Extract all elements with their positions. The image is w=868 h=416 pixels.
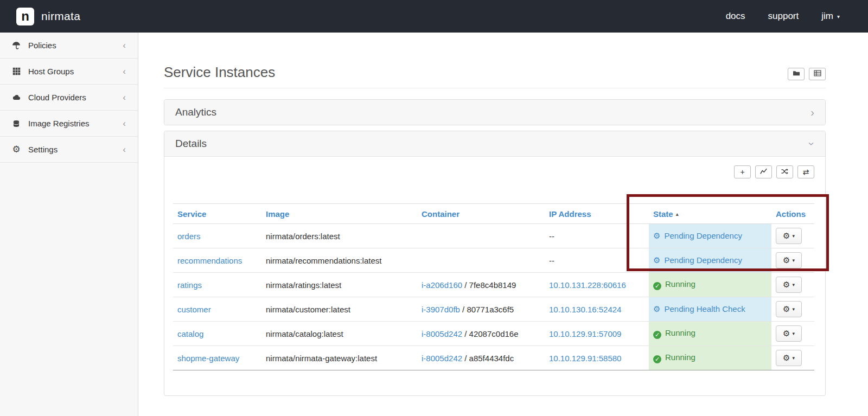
chevron-left-icon: ‹ — [123, 92, 126, 103]
nirmata-logo-icon: n — [16, 8, 34, 25]
metrics-button[interactable] — [755, 165, 772, 178]
image-cell: nirmata/nirmata-gateway:latest — [261, 346, 417, 370]
state-cell: ✓Running — [649, 346, 771, 370]
caret-down-icon: ▾ — [837, 14, 840, 20]
details-panel-body: + ⇄ — [164, 157, 825, 395]
state-cell: ⚙Pending Dependency — [649, 248, 771, 273]
chevron-left-icon: ‹ — [123, 66, 126, 77]
ip-cell: -- — [545, 248, 649, 273]
container-id-link[interactable]: i-8005d242 — [422, 354, 462, 363]
container-cell — [417, 224, 545, 248]
ip-address-link[interactable]: 10.10.131.228:60616 — [549, 280, 626, 290]
page-title: Service Instances — [164, 64, 275, 80]
caret-down-icon: ▾ — [792, 306, 795, 312]
column-header-service[interactable]: Service — [173, 204, 261, 224]
table-header-row: Service Image Container IP Address State… — [173, 204, 814, 224]
swap-button[interactable]: ⇄ — [797, 165, 814, 178]
top-navbar: n nirmata docs support jim ▾ — [0, 0, 868, 33]
details-panel-header[interactable]: Details › — [164, 131, 825, 157]
grid-icon — [11, 67, 22, 75]
ip-address: -- — [549, 232, 554, 241]
sidebar-item-image-registries[interactable]: Image Registries ‹ — [0, 111, 138, 137]
column-header-image[interactable]: Image — [261, 204, 417, 224]
actions-gear-button[interactable]: ⚙▾ — [776, 325, 802, 342]
chevron-down-icon: › — [807, 142, 818, 146]
caret-down-icon: ▾ — [792, 258, 795, 263]
actions-gear-button[interactable]: ⚙▾ — [776, 252, 802, 268]
column-header-actions: Actions — [771, 204, 814, 224]
container-id-link[interactable]: i-3907d0fb — [422, 305, 460, 314]
container-separator: / — [462, 329, 469, 338]
service-link[interactable]: orders — [177, 232, 201, 241]
ip-address-link[interactable]: 10.10.129.91:58580 — [549, 354, 621, 363]
state-label: Running — [665, 328, 695, 337]
state-icon: ✓ — [653, 355, 661, 363]
state-label: Running — [665, 279, 695, 289]
image-cell: nirmata/orders:latest — [261, 224, 417, 248]
ip-address-link[interactable]: 10.10.130.16:52424 — [549, 305, 621, 314]
service-link[interactable]: ratings — [177, 280, 202, 290]
actions-gear-button[interactable]: ⚙▾ — [776, 228, 802, 244]
column-header-ip-address[interactable]: IP Address — [545, 204, 649, 224]
sidebar-item-host-groups[interactable]: Host Groups ‹ — [0, 59, 138, 85]
state-icon: ⚙ — [653, 304, 660, 313]
table-row: orders nirmata/orders:latest -- ⚙Pending… — [173, 224, 814, 248]
caret-down-icon: ▾ — [792, 233, 795, 239]
ip-address-link[interactable]: 10.10.129.91:57009 — [549, 329, 621, 338]
container-hash: 42087c0d16e — [469, 329, 519, 338]
container-separator: / — [460, 305, 467, 314]
container-cell: i-3907d0fb / 80771a3c6f5 — [417, 297, 545, 322]
sidebar: Policies ‹ Host Groups ‹ Cloud Providers… — [0, 33, 138, 416]
table-view-icon — [814, 70, 821, 78]
ip-cell: 10.10.129.91:57009 — [545, 322, 649, 346]
service-link[interactable]: shopme-gateway — [177, 354, 239, 363]
line-chart-icon — [760, 168, 768, 177]
plus-icon: + — [740, 168, 744, 176]
brand-name: nirmata — [41, 10, 80, 23]
column-header-container[interactable]: Container — [417, 204, 545, 224]
add-button[interactable]: + — [734, 165, 751, 178]
service-link[interactable]: catalog — [177, 329, 203, 338]
service-cell: ratings — [173, 273, 261, 297]
sidebar-item-policies[interactable]: Policies ‹ — [0, 33, 138, 59]
container-cell: i-a206d160 / 7fe8c4b8149 — [417, 273, 545, 297]
sidebar-item-cloud-providers[interactable]: Cloud Providers ‹ — [0, 85, 138, 111]
actions-gear-button[interactable]: ⚙▾ — [776, 350, 802, 366]
container-hash: 80771a3c6f5 — [467, 305, 514, 314]
container-id-link[interactable]: i-a206d160 — [422, 280, 462, 290]
service-link[interactable]: customer — [177, 305, 211, 314]
actions-gear-button[interactable]: ⚙▾ — [776, 301, 802, 317]
details-toolbar: + ⇄ — [173, 165, 814, 178]
nav-link-support[interactable]: support — [768, 11, 799, 22]
column-label: IP Address — [549, 209, 591, 219]
container-cell: i-8005d242 / a85f4434fdc — [417, 346, 545, 370]
actions-gear-button[interactable]: ⚙▾ — [776, 277, 802, 293]
state-label: Running — [665, 353, 695, 362]
state-cell: ⚙Pending Health Check — [649, 297, 771, 322]
state-cell: ✓Running — [649, 273, 771, 297]
folder-view-button[interactable] — [788, 68, 805, 80]
table-row: shopme-gateway nirmata/nirmata-gateway:l… — [173, 346, 814, 370]
view-toggle-buttons — [788, 68, 826, 80]
table-row: catalog nirmata/catalog:latest i-8005d24… — [173, 322, 814, 346]
service-instances-table: Service Image Container IP Address State… — [173, 203, 814, 370]
user-menu[interactable]: jim ▾ — [821, 11, 840, 22]
shuffle-button[interactable] — [776, 165, 793, 178]
list-view-button[interactable] — [809, 68, 826, 80]
gear-icon: ⚙ — [783, 280, 790, 290]
state-cell: ⚙Pending Dependency — [649, 224, 771, 248]
service-link[interactable]: recommendations — [177, 256, 242, 265]
sidebar-item-label: Host Groups — [28, 67, 74, 76]
service-cell: shopme-gateway — [173, 346, 261, 370]
ip-cell: 10.10.130.16:52424 — [545, 297, 649, 322]
actions-cell: ⚙▾ — [771, 224, 814, 248]
nav-link-docs[interactable]: docs — [726, 11, 745, 22]
chevron-right-icon: › — [810, 107, 814, 118]
sidebar-item-settings[interactable]: ⚙ Settings ‹ — [0, 137, 138, 163]
column-header-state[interactable]: State▴ — [649, 204, 771, 224]
analytics-panel-header[interactable]: Analytics › — [164, 100, 825, 125]
brand[interactable]: n nirmata — [16, 8, 80, 25]
state-label: Pending Health Check — [664, 304, 745, 313]
container-id-link[interactable]: i-8005d242 — [422, 329, 462, 338]
gear-icon: ⚙ — [783, 353, 790, 363]
